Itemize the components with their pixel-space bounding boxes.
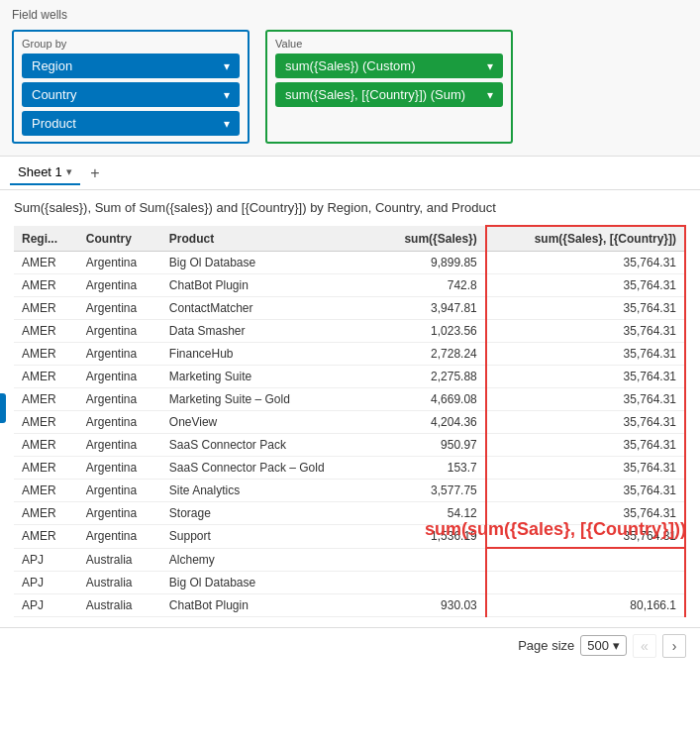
country-pill-chevron: ▾: [224, 88, 230, 102]
cell-country: Argentina: [78, 411, 161, 434]
add-sheet-button[interactable]: +: [84, 162, 106, 184]
cell-country: Argentina: [78, 388, 161, 411]
cell-sum-sales-country: 35,764.31: [486, 366, 685, 388]
field-wells-section: Field wells Group by Region ▾ Country ▾ …: [0, 0, 700, 157]
region-pill[interactable]: Region ▾: [22, 54, 240, 78]
table-row: AMERArgentinaOneView4,204.3635,764.31: [14, 411, 685, 434]
cell-product: Support: [161, 525, 374, 549]
table-row: AMERArgentinaSaaS Connector Pack – Gold1…: [14, 457, 685, 480]
left-handle[interactable]: [0, 393, 6, 423]
sum-sales-custom-chevron: ▾: [487, 59, 493, 73]
sum-sales-country-chevron: ▾: [487, 88, 493, 102]
cell-sum-sales-country: 35,764.31: [486, 502, 685, 525]
cell-sum-sales: 930.03: [374, 593, 486, 616]
table-row: APJAustraliaChatBot Plugin930.0380,166.1: [14, 593, 685, 616]
cell-country: Argentina: [78, 343, 161, 366]
cell-sum-sales: 1,023.56: [374, 320, 486, 343]
table-row: AMERArgentinaSite Analytics3,577.7535,76…: [14, 480, 685, 502]
cell-region: AMER: [14, 388, 78, 411]
table-row: AMERArgentinaSupport1,536.1935,764.31: [14, 525, 685, 549]
cell-region: AMER: [14, 320, 78, 343]
sum-sales-custom-label: sum({Sales}) (Custom): [285, 58, 415, 73]
cell-country: Australia: [78, 548, 161, 571]
cell-region: APJ: [14, 548, 78, 571]
pagination-bar: Page size 500 ▾ « ›: [0, 627, 700, 664]
table-row: AMERArgentinaChatBot Plugin742.835,764.3…: [14, 274, 685, 297]
region-pill-label: Region: [32, 58, 72, 73]
product-pill-chevron: ▾: [224, 117, 230, 131]
cell-sum-sales: 2,275.88: [374, 366, 486, 388]
col-header-sum-sales-country: sum({Sales}, [{Country}]): [486, 226, 685, 252]
col-header-sum-sales: sum({Sales}): [374, 226, 486, 252]
cell-sum-sales: [374, 571, 486, 593]
table-row: AMERArgentinaSaaS Connector Pack950.9735…: [14, 434, 685, 457]
cell-country: Argentina: [78, 434, 161, 457]
sheet1-chevron: ▾: [66, 165, 72, 178]
country-pill[interactable]: Country ▾: [22, 82, 240, 107]
cell-product: ContactMatcher: [161, 297, 374, 320]
cell-product: Storage: [161, 502, 374, 525]
group-by-label: Group by: [22, 38, 240, 50]
cell-sum-sales: 950.97: [374, 434, 486, 457]
product-pill[interactable]: Product ▾: [22, 111, 240, 136]
table-row: AMERArgentinaStorage54.1235,764.31: [14, 502, 685, 525]
cell-sum-sales-country: 35,764.31: [486, 252, 685, 274]
col-header-country: Country: [78, 226, 161, 252]
table-row: APJAustraliaBig Ol Database: [14, 571, 685, 593]
visual-title: Sum({sales}), Sum of Sum({sales}) and [{…: [14, 200, 686, 215]
cell-product: OneView: [161, 411, 374, 434]
table-header-row: Regi... Country Product sum({Sales}) sum…: [14, 226, 685, 252]
sum-sales-custom-pill[interactable]: sum({Sales}) (Custom) ▾: [275, 54, 503, 78]
cell-sum-sales: 153.7: [374, 457, 486, 480]
cell-product: Alchemy: [161, 548, 374, 571]
cell-region: AMER: [14, 457, 78, 480]
cell-region: AMER: [14, 434, 78, 457]
cell-product: Marketing Suite: [161, 366, 374, 388]
cell-sum-sales: 3,947.81: [374, 297, 486, 320]
sum-sales-country-pill[interactable]: sum({Sales}, [{Country}]) (Sum) ▾: [275, 82, 503, 107]
value-well: Value sum({Sales}) (Custom) ▾ sum({Sales…: [265, 30, 513, 144]
cell-product: ChatBot Plugin: [161, 274, 374, 297]
col-header-region: Regi...: [14, 226, 78, 252]
cell-sum-sales-country: 35,764.31: [486, 320, 685, 343]
cell-country: Argentina: [78, 502, 161, 525]
cell-region: APJ: [14, 593, 78, 616]
cell-product: SaaS Connector Pack – Gold: [161, 457, 374, 480]
cell-country: Argentina: [78, 525, 161, 549]
cell-sum-sales-country: 35,764.31: [486, 297, 685, 320]
sheet1-tab[interactable]: Sheet 1 ▾: [10, 161, 80, 185]
cell-region: AMER: [14, 252, 78, 274]
cell-region: AMER: [14, 274, 78, 297]
product-pill-label: Product: [32, 116, 76, 131]
sheet1-label: Sheet 1: [18, 164, 62, 179]
cell-country: Australia: [78, 593, 161, 616]
page-size-selector[interactable]: 500 ▾: [580, 635, 627, 656]
page-size-value: 500: [587, 638, 609, 653]
cell-sum-sales: 4,204.36: [374, 411, 486, 434]
field-wells-title: Field wells: [12, 8, 688, 22]
value-label: Value: [275, 38, 503, 50]
cell-sum-sales: 9,899.85: [374, 252, 486, 274]
cell-country: Argentina: [78, 297, 161, 320]
region-pill-chevron: ▾: [224, 59, 230, 73]
cell-sum-sales-country: [486, 548, 685, 571]
cell-product: SaaS Connector Pack: [161, 434, 374, 457]
cell-region: AMER: [14, 297, 78, 320]
cell-sum-sales: 3,577.75: [374, 480, 486, 502]
first-page-button[interactable]: «: [633, 634, 656, 658]
cell-region: AMER: [14, 525, 78, 549]
table-row: AMERArgentinaMarketing Suite – Gold4,669…: [14, 388, 685, 411]
table-row: AMERArgentinaContactMatcher3,947.8135,76…: [14, 297, 685, 320]
country-pill-label: Country: [32, 87, 77, 102]
cell-sum-sales-country: 35,764.31: [486, 434, 685, 457]
cell-product: Site Analytics: [161, 480, 374, 502]
cell-region: AMER: [14, 343, 78, 366]
table-row: AMERArgentinaBig Ol Database9,899.8535,7…: [14, 252, 685, 274]
page-size-chevron: ▾: [613, 638, 620, 653]
cell-product: ChatBot Plugin: [161, 593, 374, 616]
sum-sales-country-label: sum({Sales}, [{Country}]) (Sum): [285, 87, 465, 102]
cell-sum-sales: 742.8: [374, 274, 486, 297]
next-page-button[interactable]: ›: [662, 634, 686, 658]
cell-product: Data Smasher: [161, 320, 374, 343]
cell-sum-sales-country: 35,764.31: [486, 343, 685, 366]
